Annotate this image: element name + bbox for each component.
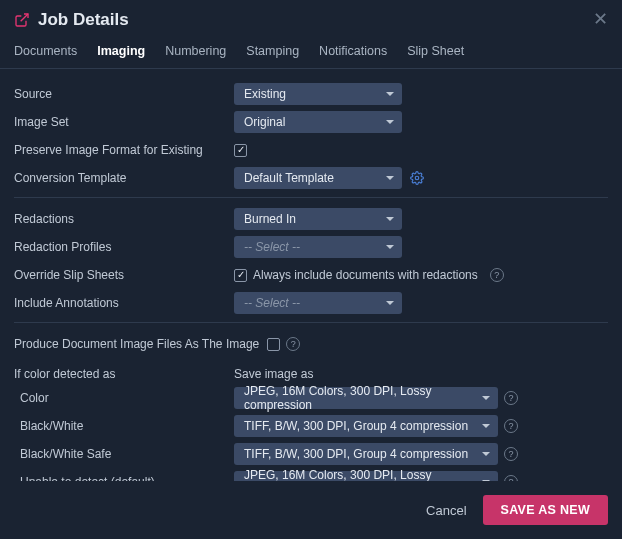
save-as-new-button[interactable]: SAVE AS NEW bbox=[483, 495, 608, 525]
bw-select[interactable]: TIFF, B/W, 300 DPI, Group 4 compression bbox=[234, 415, 498, 437]
divider bbox=[14, 322, 608, 323]
preserve-format-label: Preserve Image Format for Existing bbox=[14, 143, 234, 157]
image-set-select[interactable]: Original bbox=[234, 111, 402, 133]
redactions-select[interactable]: Burned In bbox=[234, 208, 402, 230]
tab-documents[interactable]: Documents bbox=[14, 38, 77, 68]
conversion-template-select[interactable]: Default Template bbox=[234, 167, 402, 189]
conversion-template-label: Conversion Template bbox=[14, 171, 234, 185]
save-image-header: Save image as bbox=[234, 367, 313, 381]
divider bbox=[14, 197, 608, 198]
override-slip-sheets-checkbox[interactable] bbox=[234, 269, 247, 282]
redaction-profiles-label: Redaction Profiles bbox=[14, 240, 234, 254]
source-select[interactable]: Existing bbox=[234, 83, 402, 105]
include-annotations-select[interactable]: -- Select -- bbox=[234, 292, 402, 314]
tab-notifications[interactable]: Notifications bbox=[319, 38, 387, 68]
tab-stamping[interactable]: Stamping bbox=[246, 38, 299, 68]
help-icon[interactable]: ? bbox=[504, 391, 518, 405]
tab-content: Source Existing Image Set Original Prese… bbox=[0, 69, 622, 481]
bw-label: Black/White bbox=[14, 419, 234, 433]
bw-safe-label: Black/White Safe bbox=[14, 447, 234, 461]
redaction-profiles-select[interactable]: -- Select -- bbox=[234, 236, 402, 258]
override-slip-sheets-check-label: Always include documents with redactions bbox=[253, 268, 478, 282]
cancel-button[interactable]: Cancel bbox=[426, 503, 466, 518]
gear-icon[interactable] bbox=[410, 171, 424, 185]
footer: Cancel SAVE AS NEW bbox=[0, 481, 622, 539]
redactions-label: Redactions bbox=[14, 212, 234, 226]
unable-detect-select[interactable]: JPEG, 16M Colors, 300 DPI, Lossy compres… bbox=[234, 471, 498, 481]
modal-title: Job Details bbox=[38, 10, 129, 30]
color-select[interactable]: JPEG, 16M Colors, 300 DPI, Lossy compres… bbox=[234, 387, 498, 409]
color-label: Color bbox=[14, 391, 234, 405]
help-icon[interactable]: ? bbox=[286, 337, 300, 351]
help-icon[interactable]: ? bbox=[504, 447, 518, 461]
produce-doc-image-checkbox[interactable] bbox=[267, 338, 280, 351]
close-icon[interactable]: ✕ bbox=[593, 10, 608, 28]
tab-slip-sheet[interactable]: Slip Sheet bbox=[407, 38, 464, 68]
produce-doc-image-label: Produce Document Image Files As The Imag… bbox=[14, 337, 259, 351]
image-set-label: Image Set bbox=[14, 115, 234, 129]
preserve-format-checkbox[interactable] bbox=[234, 144, 247, 157]
job-details-icon bbox=[14, 12, 30, 28]
include-annotations-label: Include Annotations bbox=[14, 296, 234, 310]
help-icon[interactable]: ? bbox=[490, 268, 504, 282]
modal-header: Job Details ✕ bbox=[0, 0, 622, 38]
bw-safe-select[interactable]: TIFF, B/W, 300 DPI, Group 4 compression bbox=[234, 443, 498, 465]
svg-point-0 bbox=[415, 176, 419, 180]
tab-imaging[interactable]: Imaging bbox=[97, 38, 145, 68]
tab-numbering[interactable]: Numbering bbox=[165, 38, 226, 68]
tabs: Documents Imaging Numbering Stamping Not… bbox=[0, 38, 622, 69]
if-color-header: If color detected as bbox=[14, 367, 234, 381]
help-icon[interactable]: ? bbox=[504, 419, 518, 433]
override-slip-sheets-label: Override Slip Sheets bbox=[14, 268, 234, 282]
source-label: Source bbox=[14, 87, 234, 101]
